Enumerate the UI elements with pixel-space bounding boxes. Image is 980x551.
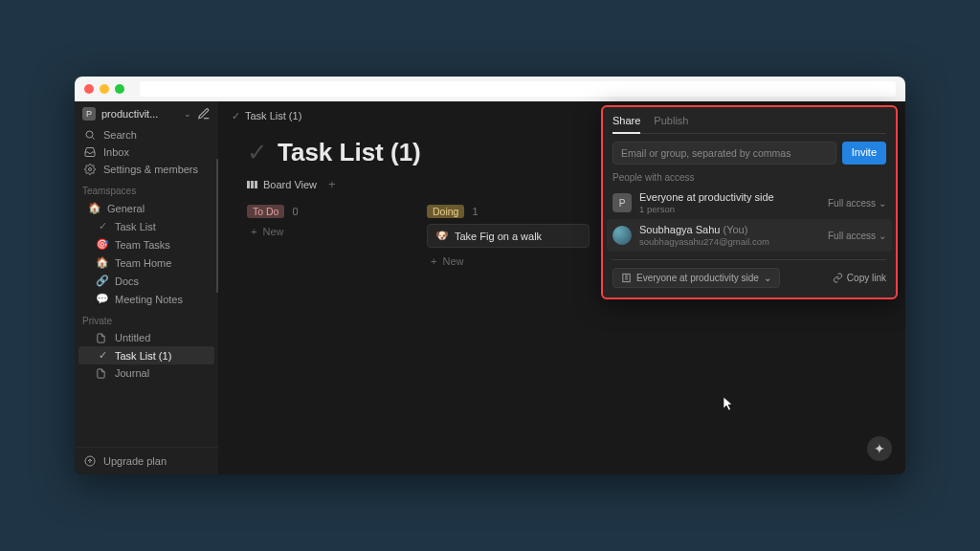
column-header[interactable]: Doing 1	[427, 205, 590, 218]
check-icon: ✓	[232, 110, 240, 122]
compose-icon[interactable]	[197, 107, 211, 121]
column-header[interactable]: To Do 0	[247, 205, 410, 218]
access-sub: soubhagyasahu274@gmail.com	[639, 236, 769, 247]
check-icon: ✓	[96, 349, 109, 362]
breadcrumb-label: Task List (1)	[245, 110, 301, 121]
main-content: ✓ Task List (1) Share ••• ✓ Task List (1…	[218, 101, 905, 474]
tab-share[interactable]: Share	[612, 115, 640, 134]
gear-icon	[84, 164, 96, 175]
board-view-icon	[247, 181, 257, 188]
ai-fab-button[interactable]: ✦	[867, 436, 892, 461]
sidebar-item-label: Docs	[115, 276, 139, 287]
board-card[interactable]: 🐶 Take Fig on a walk	[427, 224, 590, 248]
section-private: Private	[75, 308, 218, 329]
chat-icon: 💬	[96, 293, 109, 305]
page-icon	[96, 368, 109, 379]
sidebar-page-untitled[interactable]: Untitled	[78, 329, 214, 346]
sidebar-page-journal[interactable]: Journal	[78, 364, 214, 382]
window-titlebar	[75, 77, 905, 101]
workspace-switcher[interactable]: P productivit... ⌄	[75, 101, 218, 126]
chevron-down-icon: ⌄	[184, 109, 191, 119]
column-count: 0	[292, 206, 298, 217]
chevron-down-icon: ⌄	[879, 231, 886, 241]
link-icon	[833, 273, 843, 283]
sidebar-settings[interactable]: Settings & members	[75, 161, 218, 178]
plus-icon: +	[431, 255, 436, 267]
invite-row: Email or group, separated by commas Invi…	[612, 142, 886, 165]
share-popover: Share Publish Email or group, separated …	[601, 105, 898, 299]
copy-link-button[interactable]: Copy link	[833, 273, 886, 283]
card-emoji-icon: 🐶	[435, 230, 449, 242]
sidebar-page-task-list-1[interactable]: ✓ Task List (1)	[78, 346, 214, 364]
sidebar-teamspace-general[interactable]: 🏠 General	[78, 199, 214, 217]
people-with-access-label: People with access	[612, 172, 886, 183]
chevron-down-icon: ⌄	[764, 273, 771, 283]
sidebar-item-label: Task List (1)	[115, 350, 171, 362]
invite-input[interactable]: Email or group, separated by commas	[612, 142, 836, 165]
add-card-label: New	[442, 255, 463, 267]
share-footer: Everyone at productivity side ⌄ Copy lin…	[612, 259, 886, 288]
page-check-icon: ✓	[247, 138, 268, 167]
sidebar-item-label: Untitled	[115, 332, 150, 343]
url-bar[interactable]	[140, 81, 896, 97]
access-role-dropdown[interactable]: Full access ⌄	[828, 231, 886, 241]
invite-button[interactable]: Invite	[842, 142, 886, 165]
sidebar-search-label: Search	[103, 129, 137, 141]
add-card-label: New	[262, 226, 283, 237]
window-close-icon[interactable]	[84, 84, 94, 94]
target-icon: 🎯	[96, 238, 109, 251]
app-body: P productivit... ⌄ Search Inbox Settings…	[75, 101, 905, 474]
workspace-badge: P	[82, 107, 96, 121]
sidebar-page-task-list[interactable]: ✓ Task List	[78, 217, 214, 235]
access-name: Soubhagya Sahu (You)	[639, 224, 769, 236]
share-scope-dropdown[interactable]: Everyone at productivity side ⌄	[612, 268, 780, 288]
upgrade-icon	[84, 455, 96, 467]
upgrade-label: Upgrade plan	[103, 455, 167, 467]
check-icon: ✓	[96, 220, 109, 232]
sidebar-search[interactable]: Search	[75, 126, 218, 143]
svg-point-0	[86, 131, 93, 138]
board-view-tab[interactable]: Board View	[263, 179, 317, 190]
sidebar: P productivit... ⌄ Search Inbox Settings…	[75, 101, 218, 474]
share-scope-label: Everyone at productivity side	[636, 273, 759, 283]
add-card-button[interactable]: + New	[247, 224, 410, 239]
section-teamspaces: Teamspaces	[75, 178, 218, 199]
svg-point-1	[89, 168, 92, 171]
sidebar-page-meeting-notes[interactable]: 💬 Meeting Notes	[78, 290, 214, 308]
add-card-button[interactable]: + New	[427, 253, 590, 269]
workspace-name: productivit...	[101, 108, 178, 120]
home-icon: 🏠	[96, 256, 109, 269]
card-title: Take Fig on a walk	[455, 231, 542, 242]
avatar	[612, 226, 632, 245]
access-row-user[interactable]: Soubhagya Sahu (You) soubhagyasahu274@gm…	[607, 219, 892, 252]
inbox-icon	[84, 146, 96, 158]
column-tag: To Do	[247, 205, 284, 218]
sidebar-item-label: Task List	[115, 221, 156, 232]
page-title[interactable]: Task List (1)	[278, 138, 421, 167]
add-view-button[interactable]: +	[328, 177, 336, 191]
tab-publish[interactable]: Publish	[654, 115, 688, 133]
sidebar-inbox[interactable]: Inbox	[75, 143, 218, 161]
chevron-down-icon: ⌄	[879, 198, 886, 209]
upgrade-plan-button[interactable]: Upgrade plan	[75, 447, 218, 474]
sidebar-item-label: Team Home	[115, 257, 171, 269]
access-row-workspace[interactable]: P Everyone at productivity side 1 person…	[612, 187, 886, 219]
access-role-dropdown[interactable]: Full access ⌄	[828, 198, 886, 209]
building-icon	[621, 273, 632, 283]
sparkle-icon: ✦	[874, 441, 885, 456]
sidebar-item-label: Team Tasks	[115, 239, 170, 251]
column-count: 1	[472, 206, 478, 217]
link-icon: 🔗	[96, 275, 109, 287]
window-maximize-icon[interactable]	[115, 84, 124, 94]
sidebar-page-docs[interactable]: 🔗 Docs	[78, 272, 214, 290]
access-name: Everyone at productivity side	[639, 191, 774, 204]
window-minimize-icon[interactable]	[100, 84, 109, 94]
access-role-label: Full access	[828, 231, 876, 241]
access-role-label: Full access	[828, 198, 876, 209]
sidebar-page-team-tasks[interactable]: 🎯 Team Tasks	[78, 235, 214, 253]
breadcrumb[interactable]: ✓ Task List (1)	[232, 110, 301, 122]
sidebar-inbox-label: Inbox	[103, 146, 129, 158]
sidebar-settings-label: Settings & members	[103, 164, 198, 175]
sidebar-page-team-home[interactable]: 🏠 Team Home	[78, 253, 214, 272]
page-icon	[96, 333, 109, 343]
